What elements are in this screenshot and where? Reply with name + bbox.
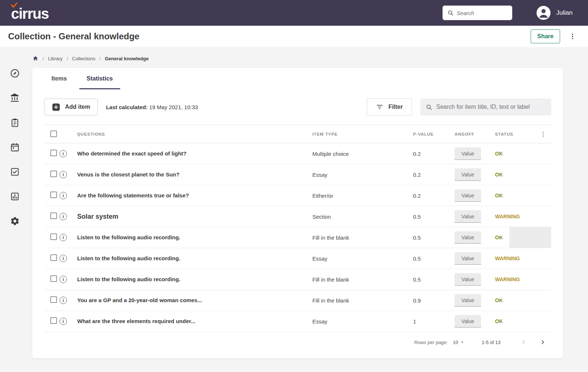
home-icon[interactable] bbox=[32, 56, 39, 61]
question-title[interactable]: Listen to the following audio recording. bbox=[77, 255, 180, 261]
clipboard-icon[interactable] bbox=[10, 118, 20, 128]
angoff-value-field[interactable]: Value bbox=[455, 294, 481, 307]
row-checkbox[interactable] bbox=[50, 171, 57, 177]
add-item-button[interactable]: Add item bbox=[44, 99, 98, 115]
angoff-value-field[interactable]: Value bbox=[455, 189, 481, 202]
p-value: 0.5 bbox=[398, 235, 440, 241]
last-calculated: Last calculated: 19 May 2021, 10:33 bbox=[106, 104, 198, 110]
p-value: 0.5 bbox=[398, 255, 440, 262]
global-search-input[interactable] bbox=[457, 10, 505, 16]
table-row[interactable]: i What are the three elements required u… bbox=[44, 311, 551, 332]
item-type-value: Either/or bbox=[298, 193, 398, 199]
angoff-value-field[interactable]: Value bbox=[455, 315, 481, 328]
cirrus-logo[interactable]: cirrus bbox=[11, 5, 49, 21]
table-row[interactable]: i Who determined the exact speed of ligh… bbox=[44, 143, 551, 164]
status-badge: OK bbox=[495, 193, 503, 198]
logo-check-icon bbox=[11, 3, 17, 8]
tab-statistics[interactable]: Statistics bbox=[79, 68, 120, 89]
table-row[interactable]: i Listen to the following audio recordin… bbox=[44, 269, 551, 290]
status-badge: OK bbox=[495, 151, 503, 157]
filter-label: Filter bbox=[388, 104, 403, 110]
p-value: 0.2 bbox=[398, 193, 440, 199]
last-calculated-value: 19 May 2021, 10:33 bbox=[149, 104, 198, 110]
info-icon[interactable]: i bbox=[60, 150, 67, 157]
question-title[interactable]: Who determined the exact speed of light? bbox=[77, 150, 187, 157]
p-value: 0.5 bbox=[398, 214, 440, 220]
calendar-icon[interactable] bbox=[10, 142, 20, 152]
toolbar: Add item Last calculated: 19 May 2021, 1… bbox=[32, 89, 563, 116]
page-range-label: 1-5 of 13 bbox=[482, 340, 501, 345]
row-checkbox[interactable] bbox=[50, 296, 57, 303]
breadcrumb: / Library / Collections / General knowle… bbox=[32, 55, 588, 62]
info-icon[interactable]: i bbox=[60, 234, 67, 241]
question-title[interactable]: What are the three elements required und… bbox=[77, 318, 196, 324]
status-badge: OK bbox=[495, 172, 503, 178]
share-button[interactable]: Share bbox=[531, 29, 560, 43]
gear-icon[interactable] bbox=[10, 216, 20, 226]
tab-items[interactable]: Items bbox=[44, 68, 74, 89]
info-icon[interactable]: i bbox=[60, 318, 67, 325]
angoff-value-field[interactable]: Value bbox=[455, 210, 481, 223]
info-icon[interactable]: i bbox=[60, 171, 67, 178]
header-kebab-menu-icon[interactable] bbox=[567, 31, 578, 42]
row-checkbox[interactable] bbox=[50, 192, 57, 198]
angoff-value-field[interactable]: Value bbox=[455, 273, 481, 286]
question-title[interactable]: You are a GP and a 20-year-old woman com… bbox=[77, 297, 202, 303]
table-row[interactable]: i You are a GP and a 20-year-old woman c… bbox=[44, 290, 551, 311]
table-row[interactable]: i Are the following statements true or f… bbox=[44, 185, 551, 206]
user-name: Julian bbox=[556, 9, 573, 17]
info-icon[interactable]: i bbox=[60, 255, 67, 262]
item-type-value: Essay bbox=[298, 318, 398, 325]
next-page-chevron-icon[interactable] bbox=[538, 337, 548, 347]
task-check-icon[interactable] bbox=[10, 167, 20, 177]
plus-icon bbox=[52, 103, 60, 111]
col-item-type: ITEM TYPE bbox=[298, 132, 398, 136]
row-checkbox[interactable] bbox=[50, 317, 57, 324]
row-checkbox[interactable] bbox=[50, 212, 57, 219]
table-row[interactable]: i Solar system Section 0.5 Value WARNING bbox=[44, 206, 551, 227]
col-questions: QUESTIONS bbox=[77, 132, 298, 136]
filter-button[interactable]: Filter bbox=[367, 98, 412, 116]
info-icon[interactable]: i bbox=[60, 297, 67, 304]
table-row[interactable]: i Listen to the following audio recordin… bbox=[44, 248, 551, 269]
bar-chart-icon[interactable] bbox=[10, 192, 20, 201]
question-title[interactable]: Venus is the closest planet to the Sun? bbox=[77, 171, 179, 178]
angoff-value-field[interactable]: Value bbox=[455, 252, 481, 265]
select-all-checkbox[interactable] bbox=[50, 130, 57, 137]
page-title: Collection - General knowledge bbox=[8, 31, 139, 42]
info-icon[interactable]: i bbox=[60, 276, 67, 283]
item-type-value: Fill in the blank bbox=[298, 235, 398, 241]
item-search[interactable] bbox=[420, 99, 551, 115]
table-row[interactable]: i Listen to the following audio recordin… bbox=[44, 227, 551, 248]
angoff-value-field[interactable]: Value bbox=[455, 168, 481, 181]
search-icon bbox=[426, 104, 433, 111]
question-title[interactable]: Solar system bbox=[77, 213, 118, 220]
avatar-icon bbox=[537, 6, 551, 20]
row-checkbox[interactable] bbox=[50, 275, 57, 282]
info-icon[interactable]: i bbox=[60, 213, 67, 220]
row-checkbox[interactable] bbox=[50, 254, 57, 261]
rows-per-page-select[interactable]: 10 bbox=[453, 340, 465, 345]
info-icon[interactable]: i bbox=[60, 192, 67, 199]
row-checkbox[interactable] bbox=[50, 233, 57, 240]
question-title[interactable]: Listen to the following audio recording. bbox=[77, 276, 180, 282]
breadcrumb-library[interactable]: Library bbox=[48, 56, 63, 61]
row-checkbox[interactable] bbox=[50, 150, 57, 156]
item-type-value: Essay bbox=[298, 172, 398, 178]
item-search-input[interactable] bbox=[436, 104, 546, 110]
user-menu[interactable]: Julian bbox=[537, 6, 573, 20]
pagination: Rows per page: 10 1-5 of 13 bbox=[44, 332, 551, 353]
page-header: Collection - General knowledge Share bbox=[0, 26, 588, 47]
previous-page-chevron-icon[interactable] bbox=[519, 337, 528, 347]
angoff-value-field[interactable]: Value bbox=[455, 231, 481, 244]
angoff-value-field[interactable]: Value bbox=[455, 147, 481, 160]
table-row[interactable]: i Venus is the closest planet to the Sun… bbox=[44, 164, 551, 185]
compass-icon[interactable] bbox=[10, 68, 20, 78]
column-settings-kebab-icon[interactable] bbox=[539, 130, 547, 138]
p-value: 0.9 bbox=[398, 297, 440, 304]
question-title[interactable]: Listen to the following audio recording. bbox=[77, 234, 180, 240]
bank-icon[interactable] bbox=[10, 93, 20, 103]
global-search[interactable] bbox=[442, 6, 512, 20]
breadcrumb-collections[interactable]: Collections bbox=[72, 56, 96, 61]
question-title[interactable]: Are the following statements true or fal… bbox=[77, 192, 189, 198]
